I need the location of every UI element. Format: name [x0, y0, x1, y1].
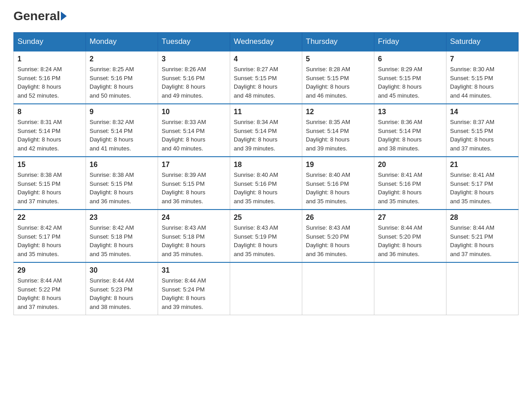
- col-header-thursday: Thursday: [302, 33, 374, 51]
- day-info: Sunrise: 8:26 AMSunset: 5:16 PMDaylight:…: [162, 65, 226, 100]
- day-number: 20: [378, 161, 442, 169]
- logo-arrow-icon: [61, 12, 67, 21]
- day-number: 30: [90, 266, 154, 274]
- day-number: 16: [90, 161, 154, 169]
- calendar-cell: [446, 262, 519, 315]
- calendar-cell: [302, 262, 374, 315]
- calendar-cell: 29 Sunrise: 8:44 AMSunset: 5:22 PMDaylig…: [14, 262, 86, 315]
- day-number: 15: [17, 161, 82, 169]
- day-info: Sunrise: 8:24 AMSunset: 5:16 PMDaylight:…: [17, 65, 82, 100]
- calendar-cell: 12 Sunrise: 8:35 AMSunset: 5:14 PMDaylig…: [302, 104, 374, 157]
- day-number: 29: [17, 266, 82, 274]
- day-number: 27: [378, 214, 442, 222]
- calendar-cell: 23 Sunrise: 8:42 AMSunset: 5:18 PMDaylig…: [86, 210, 158, 262]
- day-info: Sunrise: 8:40 AMSunset: 5:16 PMDaylight:…: [234, 171, 298, 206]
- calendar-cell: 2 Sunrise: 8:25 AMSunset: 5:16 PMDayligh…: [86, 51, 158, 104]
- day-info: Sunrise: 8:34 AMSunset: 5:14 PMDaylight:…: [234, 118, 298, 153]
- calendar-cell: 26 Sunrise: 8:43 AMSunset: 5:20 PMDaylig…: [302, 210, 374, 262]
- day-number: 11: [234, 108, 298, 116]
- day-info: Sunrise: 8:43 AMSunset: 5:18 PMDaylight:…: [162, 223, 226, 258]
- day-info: Sunrise: 8:44 AMSunset: 5:21 PMDaylight:…: [450, 223, 515, 258]
- calendar-cell: 30 Sunrise: 8:44 AMSunset: 5:23 PMDaylig…: [86, 262, 158, 315]
- calendar-cell: 19 Sunrise: 8:40 AMSunset: 5:16 PMDaylig…: [302, 157, 374, 210]
- day-number: 2: [90, 55, 154, 63]
- col-header-saturday: Saturday: [446, 33, 519, 51]
- calendar-cell: 28 Sunrise: 8:44 AMSunset: 5:21 PMDaylig…: [446, 210, 519, 262]
- calendar-cell: 14 Sunrise: 8:37 AMSunset: 5:15 PMDaylig…: [446, 104, 519, 157]
- day-number: 18: [234, 161, 298, 169]
- day-info: Sunrise: 8:35 AMSunset: 5:14 PMDaylight:…: [306, 118, 370, 153]
- calendar-week-row: 29 Sunrise: 8:44 AMSunset: 5:22 PMDaylig…: [14, 262, 519, 315]
- day-number: 5: [306, 55, 370, 63]
- calendar-cell: 9 Sunrise: 8:32 AMSunset: 5:14 PMDayligh…: [86, 104, 158, 157]
- day-number: 22: [17, 214, 82, 222]
- day-info: Sunrise: 8:28 AMSunset: 5:15 PMDaylight:…: [306, 65, 370, 100]
- day-number: 14: [450, 108, 515, 116]
- day-info: Sunrise: 8:42 AMSunset: 5:17 PMDaylight:…: [17, 223, 82, 258]
- calendar-cell: 15 Sunrise: 8:38 AMSunset: 5:15 PMDaylig…: [14, 157, 86, 210]
- col-header-friday: Friday: [374, 33, 446, 51]
- day-number: 4: [234, 55, 298, 63]
- day-info: Sunrise: 8:32 AMSunset: 5:14 PMDaylight:…: [90, 118, 154, 153]
- day-number: 7: [450, 55, 515, 63]
- calendar-cell: 7 Sunrise: 8:30 AMSunset: 5:15 PMDayligh…: [446, 51, 519, 104]
- col-header-wednesday: Wednesday: [230, 33, 302, 51]
- calendar-week-row: 8 Sunrise: 8:31 AMSunset: 5:14 PMDayligh…: [14, 104, 519, 157]
- calendar-cell: 24 Sunrise: 8:43 AMSunset: 5:18 PMDaylig…: [158, 210, 230, 262]
- calendar-cell: 21 Sunrise: 8:41 AMSunset: 5:17 PMDaylig…: [446, 157, 519, 210]
- day-info: Sunrise: 8:38 AMSunset: 5:15 PMDaylight:…: [17, 171, 82, 206]
- day-info: Sunrise: 8:41 AMSunset: 5:17 PMDaylight:…: [450, 171, 515, 206]
- calendar-cell: 18 Sunrise: 8:40 AMSunset: 5:16 PMDaylig…: [230, 157, 302, 210]
- calendar-week-row: 1 Sunrise: 8:24 AMSunset: 5:16 PMDayligh…: [14, 51, 519, 104]
- calendar-cell: 10 Sunrise: 8:33 AMSunset: 5:14 PMDaylig…: [158, 104, 230, 157]
- col-header-monday: Monday: [86, 33, 158, 51]
- calendar-cell: 17 Sunrise: 8:39 AMSunset: 5:15 PMDaylig…: [158, 157, 230, 210]
- day-number: 23: [90, 214, 154, 222]
- day-info: Sunrise: 8:42 AMSunset: 5:18 PMDaylight:…: [90, 223, 154, 258]
- calendar-table: SundayMondayTuesdayWednesdayThursdayFrid…: [13, 32, 519, 315]
- logo: General: [13, 9, 68, 23]
- day-number: 19: [306, 161, 370, 169]
- calendar-cell: 13 Sunrise: 8:36 AMSunset: 5:14 PMDaylig…: [374, 104, 446, 157]
- calendar-cell: 16 Sunrise: 8:38 AMSunset: 5:15 PMDaylig…: [86, 157, 158, 210]
- day-number: 28: [450, 214, 515, 222]
- calendar-cell: [374, 262, 446, 315]
- day-info: Sunrise: 8:43 AMSunset: 5:20 PMDaylight:…: [306, 223, 370, 258]
- calendar-cell: [230, 262, 302, 315]
- calendar-week-row: 15 Sunrise: 8:38 AMSunset: 5:15 PMDaylig…: [14, 157, 519, 210]
- day-info: Sunrise: 8:41 AMSunset: 5:16 PMDaylight:…: [378, 171, 442, 206]
- calendar-cell: 27 Sunrise: 8:44 AMSunset: 5:20 PMDaylig…: [374, 210, 446, 262]
- day-number: 6: [378, 55, 442, 63]
- day-number: 10: [162, 108, 226, 116]
- logo-general-text: General: [13, 9, 60, 23]
- day-info: Sunrise: 8:30 AMSunset: 5:15 PMDaylight:…: [450, 65, 515, 100]
- day-number: 17: [162, 161, 226, 169]
- calendar-cell: 25 Sunrise: 8:43 AMSunset: 5:19 PMDaylig…: [230, 210, 302, 262]
- day-number: 3: [162, 55, 226, 63]
- calendar-cell: 11 Sunrise: 8:34 AMSunset: 5:14 PMDaylig…: [230, 104, 302, 157]
- day-info: Sunrise: 8:40 AMSunset: 5:16 PMDaylight:…: [306, 171, 370, 206]
- day-number: 31: [162, 266, 226, 274]
- calendar-cell: 5 Sunrise: 8:28 AMSunset: 5:15 PMDayligh…: [302, 51, 374, 104]
- day-number: 12: [306, 108, 370, 116]
- day-info: Sunrise: 8:44 AMSunset: 5:22 PMDaylight:…: [17, 276, 82, 311]
- day-info: Sunrise: 8:44 AMSunset: 5:23 PMDaylight:…: [90, 276, 154, 311]
- day-info: Sunrise: 8:38 AMSunset: 5:15 PMDaylight:…: [90, 171, 154, 206]
- day-info: Sunrise: 8:37 AMSunset: 5:15 PMDaylight:…: [450, 118, 515, 153]
- col-header-sunday: Sunday: [14, 33, 86, 51]
- day-info: Sunrise: 8:36 AMSunset: 5:14 PMDaylight:…: [378, 118, 442, 153]
- calendar-cell: 22 Sunrise: 8:42 AMSunset: 5:17 PMDaylig…: [14, 210, 86, 262]
- day-info: Sunrise: 8:33 AMSunset: 5:14 PMDaylight:…: [162, 118, 226, 153]
- day-number: 1: [17, 55, 82, 63]
- calendar-week-row: 22 Sunrise: 8:42 AMSunset: 5:17 PMDaylig…: [14, 210, 519, 262]
- calendar-cell: 8 Sunrise: 8:31 AMSunset: 5:14 PMDayligh…: [14, 104, 86, 157]
- day-number: 24: [162, 214, 226, 222]
- calendar-cell: 4 Sunrise: 8:27 AMSunset: 5:15 PMDayligh…: [230, 51, 302, 104]
- day-info: Sunrise: 8:29 AMSunset: 5:15 PMDaylight:…: [378, 65, 442, 100]
- day-info: Sunrise: 8:44 AMSunset: 5:24 PMDaylight:…: [162, 276, 226, 311]
- calendar-cell: 31 Sunrise: 8:44 AMSunset: 5:24 PMDaylig…: [158, 262, 230, 315]
- calendar-cell: 20 Sunrise: 8:41 AMSunset: 5:16 PMDaylig…: [374, 157, 446, 210]
- day-info: Sunrise: 8:39 AMSunset: 5:15 PMDaylight:…: [162, 171, 226, 206]
- calendar-header-row: SundayMondayTuesdayWednesdayThursdayFrid…: [14, 33, 519, 51]
- calendar-cell: 1 Sunrise: 8:24 AMSunset: 5:16 PMDayligh…: [14, 51, 86, 104]
